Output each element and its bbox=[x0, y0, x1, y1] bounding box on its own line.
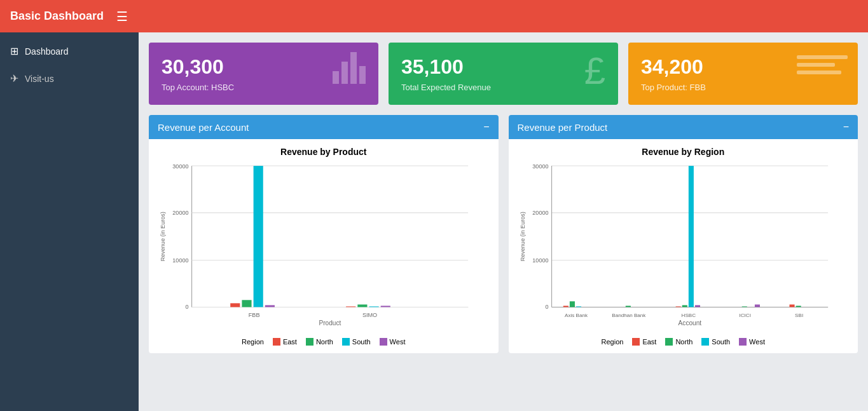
south-label: South bbox=[352, 338, 371, 346]
svg-rect-18 bbox=[381, 306, 390, 307]
minimize-button[interactable]: − bbox=[483, 121, 489, 133]
legend-item-north: North bbox=[306, 338, 333, 346]
sidebar-item-label: Visit-us bbox=[25, 74, 54, 84]
charts-row: Revenue per Account − Revenue by Product bbox=[149, 115, 858, 353]
kpi-value-top-product: 34,200 bbox=[641, 55, 706, 79]
sidebar-item-dashboard[interactable]: ⊞ Dashboard bbox=[0, 37, 139, 65]
kpi-row: 30,300 Top Account: HSBC 35,100 Total Ex… bbox=[149, 43, 858, 105]
svg-text:20000: 20000 bbox=[172, 210, 188, 216]
svg-rect-11 bbox=[230, 303, 240, 307]
legend-label-right: Region bbox=[602, 338, 624, 346]
chart-panel-header-revenue-per-product: Revenue per Product − bbox=[509, 115, 858, 139]
west-label-r: West bbox=[749, 338, 765, 346]
svg-text:SIMO: SIMO bbox=[362, 312, 377, 318]
bar-chart-region: 0 10000 20000 30000 Revenue (in Euros) bbox=[516, 159, 851, 333]
svg-rect-14 bbox=[265, 305, 275, 307]
bar-chart-icon bbox=[333, 52, 366, 84]
svg-text:Product: Product bbox=[319, 320, 341, 327]
svg-text:HSBC: HSBC bbox=[681, 313, 696, 318]
kpi-label-total-revenue: Total Expected Revenue bbox=[401, 83, 491, 92]
svg-text:FBB: FBB bbox=[249, 312, 260, 318]
legend-item-east: East bbox=[273, 338, 297, 346]
east-color-r bbox=[632, 338, 640, 346]
legend-label: Region bbox=[242, 338, 264, 346]
svg-text:0: 0 bbox=[545, 304, 548, 310]
north-color bbox=[306, 338, 313, 346]
chart-panel-title: Revenue per Account bbox=[158, 122, 249, 133]
kpi-value-total-revenue: 35,100 bbox=[401, 55, 491, 79]
svg-rect-15 bbox=[346, 306, 355, 307]
legend-item-north-r: North bbox=[665, 338, 692, 346]
chart-title-right: Revenue by Region bbox=[516, 147, 851, 157]
bar-chart-product: 0 10000 20000 30000 Revenue (in Euros) bbox=[156, 159, 491, 333]
app-title: Basic Dashboard bbox=[10, 10, 104, 23]
chart-legend-right: Region East North South bbox=[516, 338, 851, 346]
svg-text:Bandhan Bank: Bandhan Bank bbox=[612, 313, 646, 318]
kpi-label-top-product: Top Product: FBB bbox=[641, 83, 706, 92]
svg-text:30000: 30000 bbox=[172, 163, 188, 170]
kpi-card-top-product: 34,200 Top Product: FBB bbox=[628, 43, 858, 105]
chart-panel-header-revenue-per-account: Revenue per Account − bbox=[149, 115, 499, 139]
svg-rect-43 bbox=[688, 166, 693, 307]
sidebar-item-label: Dashboard bbox=[25, 46, 69, 57]
header: Basic Dashboard ☰ bbox=[0, 0, 868, 32]
svg-text:20000: 20000 bbox=[532, 210, 548, 216]
east-label: East bbox=[283, 338, 297, 346]
svg-text:10000: 10000 bbox=[172, 257, 188, 264]
svg-text:Revenue (in Euros): Revenue (in Euros) bbox=[520, 212, 526, 261]
west-label: West bbox=[390, 338, 406, 346]
north-color-r bbox=[665, 338, 673, 346]
svg-rect-41 bbox=[675, 306, 680, 307]
svg-text:Revenue (in Euros): Revenue (in Euros) bbox=[160, 212, 166, 261]
legend-item-east-r: East bbox=[632, 338, 656, 346]
north-label: North bbox=[316, 338, 333, 346]
svg-rect-44 bbox=[694, 305, 699, 307]
west-color bbox=[380, 338, 387, 346]
hamburger-icon[interactable]: ☰ bbox=[116, 9, 128, 24]
svg-text:ICICI: ICICI bbox=[739, 313, 750, 318]
chart-panel-revenue-per-account: Revenue per Account − Revenue by Product bbox=[149, 115, 499, 353]
east-color bbox=[273, 338, 280, 346]
pound-icon: £ bbox=[584, 49, 605, 93]
svg-rect-16 bbox=[357, 304, 367, 307]
svg-rect-13 bbox=[254, 166, 263, 307]
south-label-r: South bbox=[712, 338, 730, 346]
legend-item-west-r: West bbox=[739, 338, 765, 346]
chart-panel-body-left: Revenue by Product bbox=[149, 139, 499, 353]
chart-panel-revenue-per-product: Revenue per Product − Revenue by Region bbox=[509, 115, 858, 353]
visit-us-icon: ✈ bbox=[10, 72, 18, 84]
content-area: 30,300 Top Account: HSBC 35,100 Total Ex… bbox=[139, 32, 868, 411]
lines-icon bbox=[797, 55, 848, 74]
svg-text:Axis Bank: Axis Bank bbox=[565, 313, 588, 318]
svg-text:SBI: SBI bbox=[795, 313, 803, 318]
svg-rect-46 bbox=[741, 306, 747, 307]
kpi-value-top-account: 30,300 bbox=[162, 55, 234, 79]
svg-text:30000: 30000 bbox=[532, 163, 548, 170]
chart-legend-left: Region East North South bbox=[156, 338, 491, 346]
legend-item-west: West bbox=[380, 338, 406, 346]
legend-item-south-r: South bbox=[701, 338, 730, 346]
north-label-r: North bbox=[675, 338, 692, 346]
svg-rect-42 bbox=[682, 305, 687, 307]
svg-rect-50 bbox=[796, 306, 801, 307]
svg-text:0: 0 bbox=[185, 304, 188, 310]
kpi-card-top-account: 30,300 Top Account: HSBC bbox=[149, 43, 378, 105]
kpi-label-top-account: Top Account: HSBC bbox=[162, 83, 234, 92]
sidebar: ⊞ Dashboard ✈ Visit-us bbox=[0, 32, 139, 411]
chart-panel-body-right: Revenue by Region 0 bbox=[509, 139, 858, 353]
svg-text:10000: 10000 bbox=[532, 257, 548, 264]
svg-rect-33 bbox=[563, 306, 568, 307]
svg-rect-12 bbox=[242, 300, 251, 307]
main-layout: ⊞ Dashboard ✈ Visit-us 30,300 Top Accoun… bbox=[0, 32, 868, 411]
west-color-r bbox=[739, 338, 747, 346]
minimize-button-right[interactable]: − bbox=[843, 121, 849, 133]
south-color-r bbox=[701, 338, 709, 346]
chart-title-left: Revenue by Product bbox=[156, 147, 491, 157]
sidebar-item-visit-us[interactable]: ✈ Visit-us bbox=[0, 65, 139, 92]
svg-rect-38 bbox=[625, 306, 630, 307]
dashboard-icon: ⊞ bbox=[10, 45, 18, 57]
legend-item-south: South bbox=[342, 338, 371, 346]
chart-panel-title-right: Revenue per Product bbox=[518, 122, 608, 133]
south-color bbox=[342, 338, 350, 346]
svg-rect-49 bbox=[789, 304, 794, 307]
